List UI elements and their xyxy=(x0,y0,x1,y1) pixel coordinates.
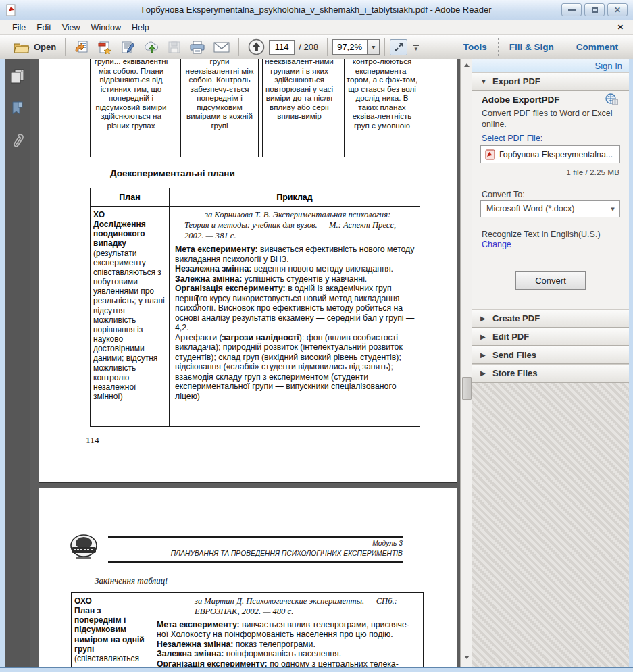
comment-button[interactable]: Comment xyxy=(565,42,629,52)
menu-file[interactable]: File xyxy=(7,22,31,34)
citation: за Корнилова Т. В. Экспериментальная пси… xyxy=(175,210,415,241)
change-language-link[interactable]: Change xyxy=(482,240,511,249)
navigation-pane xyxy=(5,59,30,667)
example-cell: за Мартин Д. Психологические эксперимент… xyxy=(151,593,423,667)
toolbar: Open xyxy=(0,35,633,59)
module-title: ПЛАНУВАННЯ ТА ПРОВЕДЕННЯ ПСИХОЛОГІЧНИХ Е… xyxy=(108,549,403,559)
sign-document-button[interactable] xyxy=(116,37,139,57)
triangle-collapsed-icon: ▶ xyxy=(480,369,487,377)
close-button[interactable]: ✕ xyxy=(607,3,628,16)
sign-in-link[interactable]: Sign In xyxy=(595,61,622,71)
plan-cell: ОХО План з попереднім і підсумковим вимі… xyxy=(72,593,151,667)
online-service-icon xyxy=(605,93,618,105)
paragraph: Організація експерименту: в одній із ака… xyxy=(175,284,415,333)
scheme-box-1: групи... еквівалентні між собою. Плани в… xyxy=(90,59,172,157)
scroll-up-button[interactable] xyxy=(461,60,472,70)
toolbar-separator xyxy=(238,38,239,56)
chevron-down-icon: ▾ xyxy=(372,43,375,51)
export-pdf-section-header[interactable]: ▼ Export PDF xyxy=(472,72,629,91)
toolbar-overflow-button[interactable]: ▾ xyxy=(413,45,419,50)
edit-pdf-section-header[interactable]: ▶ Edit PDF xyxy=(472,328,629,346)
edit-pdf-label: Edit PDF xyxy=(492,332,529,342)
page-up-button[interactable] xyxy=(244,37,269,57)
export-to-word-button[interactable] xyxy=(70,37,93,57)
selected-file-name: Горбунова Eksperymentalna... xyxy=(499,150,613,159)
open-button-label: Open xyxy=(34,42,56,52)
tools-button[interactable]: Tools xyxy=(453,42,498,52)
menu-window[interactable]: Window xyxy=(86,22,126,34)
pdf-page-115: Модуль 3 ПЛАНУВАННЯ ТА ПРОВЕДЕННЯ ПСИХОЛ… xyxy=(39,488,457,667)
header-rule-bottom xyxy=(108,561,403,563)
email-button[interactable] xyxy=(209,37,234,57)
attachments-button[interactable] xyxy=(9,132,26,150)
create-pdf-section-header[interactable]: ▶ Create PDF xyxy=(472,309,629,328)
adobe-exportpdf-title: Adobe ExportPDF xyxy=(482,95,560,105)
menu-edit[interactable]: Edit xyxy=(31,22,57,34)
triangle-collapsed-icon: ▶ xyxy=(480,315,487,322)
vertical-scrollbar[interactable] xyxy=(460,59,472,667)
toolbar-separator xyxy=(327,38,328,56)
upload-to-cloud-button[interactable] xyxy=(139,37,163,57)
window-border-left xyxy=(0,59,5,672)
triangle-collapsed-icon: ▶ xyxy=(480,351,487,359)
exportpdf-description: Convert PDF files to Word or Excel onlin… xyxy=(482,108,617,130)
titlebar[interactable]: Горбунова Eksperymentalna_psykholohia_v_… xyxy=(0,0,633,20)
paragraph: Мета експерименту: вивчається вплив теле… xyxy=(157,620,418,640)
fill-sign-button[interactable]: Fill & Sign xyxy=(499,42,565,52)
running-header: Модуль 3 ПЛАНУВАННЯ ТА ПРОВЕДЕННЯ ПСИХОЛ… xyxy=(108,539,403,559)
scroll-up-icon xyxy=(464,63,470,67)
print-button[interactable] xyxy=(185,37,209,57)
menubar-close-icon[interactable]: ✕ xyxy=(617,23,624,32)
zoom-control: ▾ xyxy=(332,39,380,55)
export-document-icon xyxy=(74,41,89,54)
store-files-section-header[interactable]: ▶ Store Files xyxy=(472,364,629,382)
bookmarks-button[interactable] xyxy=(9,100,26,118)
document-view[interactable]: групи... еквівалентні між собою. Плани в… xyxy=(30,59,460,667)
pdf-file-icon xyxy=(485,149,495,160)
sign-pencil-icon xyxy=(120,41,135,54)
paragraph: Організація експерименту: по одному з це… xyxy=(157,659,418,667)
convert-button[interactable]: Convert xyxy=(515,271,586,290)
menu-bar: File Edit View Window Help ✕ xyxy=(0,20,633,35)
format-select[interactable]: Microsoft Word (*.docx) ▾ xyxy=(480,200,620,217)
selected-file-box[interactable]: Горбунова Eksperymentalna... xyxy=(480,145,620,163)
paperclip-icon xyxy=(11,132,24,150)
zoom-level-input[interactable] xyxy=(332,39,368,55)
panel-empty-area xyxy=(472,382,629,667)
resize-arrows-icon xyxy=(393,42,404,53)
triangle-collapsed-icon: ▶ xyxy=(480,333,487,340)
minimize-button[interactable] xyxy=(561,3,582,16)
page-thumbnails-button[interactable] xyxy=(9,68,26,85)
scroll-down-button[interactable] xyxy=(461,652,472,663)
table-row: ОХО План з попереднім і підсумковим вимі… xyxy=(72,593,423,667)
restore-button[interactable] xyxy=(584,3,605,16)
window-title: Горбунова Eksperymentalna_psykholohia_v_… xyxy=(0,5,633,15)
create-pdf-button[interactable] xyxy=(93,37,116,57)
page-number-input[interactable] xyxy=(269,40,295,55)
zoom-dropdown-button[interactable]: ▾ xyxy=(368,39,380,55)
menu-help[interactable]: Help xyxy=(126,22,155,34)
minimize-icon xyxy=(568,9,576,11)
create-pdf-icon xyxy=(97,41,112,54)
text-cursor xyxy=(194,295,200,305)
chevron-down-icon: ▾ xyxy=(414,47,417,50)
export-pdf-label: Export PDF xyxy=(492,76,540,86)
recognize-text-label: Recognize Text in English(U.S.) xyxy=(482,230,601,239)
triangle-expanded-icon: ▼ xyxy=(480,78,487,85)
pdf-page-114: групи... еквівалентні між собою. Плани в… xyxy=(39,59,457,482)
create-pdf-label: Create PDF xyxy=(492,313,540,324)
save-floppy-icon xyxy=(168,41,181,54)
print-icon xyxy=(189,41,205,54)
paragraph: Незалежна змінна: показ телепрограми. xyxy=(157,640,418,650)
fit-to-window-button[interactable] xyxy=(390,39,407,55)
send-files-section-header[interactable]: ▶ Send Files xyxy=(472,346,629,364)
scrollbar-thumb[interactable] xyxy=(462,377,472,400)
menu-view[interactable]: View xyxy=(57,22,86,34)
store-files-label: Store Files xyxy=(492,368,537,378)
main-area: групи... еквівалентні між собою. Плани в… xyxy=(0,59,633,672)
module-label: Модуль 3 xyxy=(108,539,403,549)
open-button[interactable]: Open xyxy=(9,37,60,57)
save-button[interactable] xyxy=(163,37,185,57)
scroll-down-icon xyxy=(464,656,470,659)
restore-icon xyxy=(592,7,598,13)
